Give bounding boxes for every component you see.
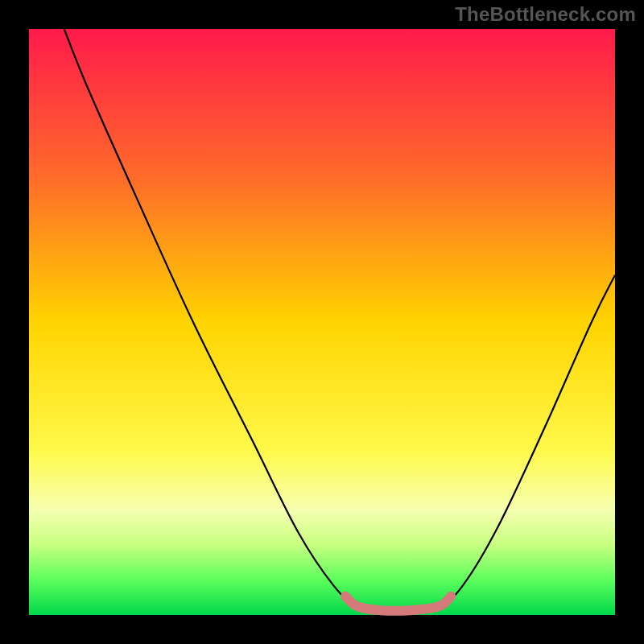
watermark-text: TheBottleneck.com xyxy=(455,3,636,26)
bottleneck-chart xyxy=(0,0,644,644)
plot-background xyxy=(29,29,615,615)
chart-frame: TheBottleneck.com xyxy=(0,0,644,644)
